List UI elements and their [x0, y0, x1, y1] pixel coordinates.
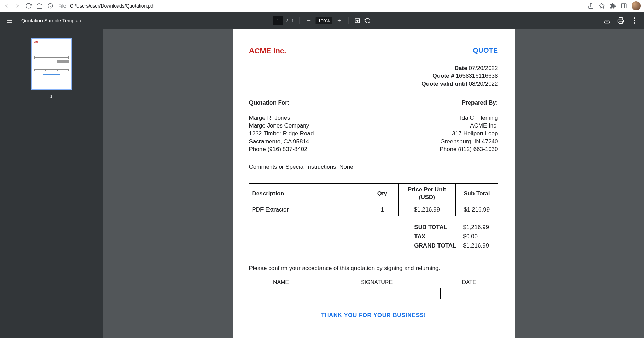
url-bar[interactable]: File | C:/Users/user/Downloads/Quotation…	[58, 3, 155, 9]
quote-meta: Date 07/20/2022 Quote # 1658316116638 Qu…	[249, 64, 498, 88]
tax-label: TAX	[414, 232, 462, 241]
page-number-input[interactable]	[273, 16, 283, 25]
comments-label: Comments or Special Instructions:	[249, 164, 338, 170]
confirm-text: Please confirm your acceptance of this q…	[249, 265, 498, 273]
forward-icon[interactable]	[14, 3, 21, 9]
share-icon[interactable]	[588, 3, 594, 9]
cell-subtotal: $1,216.99	[456, 204, 498, 216]
table-row: PDF Extractor 1 $1,216.99 $1,216.99	[249, 204, 498, 216]
company-name: ACME Inc.	[249, 46, 286, 56]
document-page: ACME Inc. QUOTE Date 07/20/2022 Quote # …	[233, 29, 515, 338]
thumbnail-pane: ACME	[0, 29, 103, 338]
for-city: Sacramento, CA 95814	[249, 138, 314, 146]
reload-icon[interactable]	[25, 3, 32, 9]
quote-num-value: 1658316116638	[456, 73, 498, 79]
zoom-level[interactable]: 100%	[316, 17, 332, 24]
totals-block: SUB TOTAL$1,216.99 TAX$0.00 GRAND TOTAL$…	[249, 222, 498, 251]
print-icon[interactable]	[617, 17, 624, 24]
col-description: Description	[249, 184, 366, 204]
comments-value: None	[339, 164, 353, 170]
signature-table: NAME SIGNATURE DATE	[249, 277, 498, 300]
for-company: Marge Jones Company	[249, 122, 314, 130]
quote-num-label: Quote #	[433, 73, 454, 79]
by-phone: Phone (812) 663-1030	[440, 146, 498, 154]
side-panel-icon[interactable]	[621, 3, 627, 9]
col-subtotal: Sub Total	[456, 184, 498, 204]
fit-page-icon[interactable]	[354, 17, 361, 24]
date-value: 07/20/2022	[469, 65, 498, 71]
thumbnail-page-number: 1	[50, 94, 53, 99]
back-icon[interactable]	[3, 3, 10, 9]
zoom-out-icon[interactable]	[305, 17, 312, 24]
quote-heading: QUOTE	[473, 46, 498, 55]
subtotal-value: $1,216.99	[463, 223, 497, 232]
url-path: C:/Users/user/Downloads/Quotation.pdf	[70, 3, 155, 9]
by-name: Ida C. Fleming	[440, 114, 498, 122]
home-icon[interactable]	[36, 3, 43, 9]
rotate-icon[interactable]	[364, 17, 371, 24]
cell-qty: 1	[366, 204, 398, 216]
items-table: Description Qty Price Per Unit (USD) Sub…	[249, 183, 498, 216]
col-ppu: Price Per Unit (USD)	[398, 184, 456, 204]
col-qty: Qty	[366, 184, 398, 204]
by-street: 317 Heliport Loop	[440, 130, 498, 138]
page-thumbnail[interactable]: ACME	[31, 38, 72, 90]
profile-avatar[interactable]	[632, 1, 641, 10]
page-total: 1	[291, 18, 294, 23]
for-name: Marge R. Jones	[249, 114, 314, 122]
prepared-by-label: Prepared By:	[440, 99, 498, 107]
thank-you-text: THANK YOU FOR YOUR BUSINESS!	[249, 312, 498, 319]
browser-chrome-bar: File | C:/Users/user/Downloads/Quotation…	[0, 0, 644, 12]
valid-label: Quote valid until	[422, 81, 467, 87]
info-icon[interactable]	[47, 3, 54, 9]
sign-cell-date	[441, 288, 498, 299]
tax-value: $0.00	[463, 232, 497, 241]
sign-col-date: DATE	[441, 277, 498, 288]
cell-ppu: $1,216.99	[398, 204, 456, 216]
extensions-icon[interactable]	[610, 3, 616, 9]
svg-rect-5	[621, 4, 626, 8]
by-company: ACME Inc.	[440, 122, 498, 130]
for-street: 1232 Timber Ridge Road	[249, 130, 314, 138]
svg-rect-17	[619, 21, 622, 24]
date-label: Date	[455, 65, 467, 71]
page-separator: /	[286, 18, 288, 23]
svg-point-18	[634, 17, 635, 19]
subtotal-label: SUB TOTAL	[414, 223, 462, 232]
viewer-body: ACME	[0, 29, 644, 338]
sign-cell-signature	[313, 288, 440, 299]
grand-total-value: $1,216.99	[463, 242, 497, 250]
sign-col-name: NAME	[249, 277, 313, 288]
grand-total-label: GRAND TOTAL	[414, 242, 462, 250]
zoom-in-icon[interactable]	[336, 17, 343, 24]
sign-col-signature: SIGNATURE	[313, 277, 440, 288]
svg-marker-4	[599, 3, 605, 8]
valid-value: 08/20/2022	[469, 81, 498, 87]
for-phone: Phone (916) 837-8402	[249, 146, 314, 154]
svg-point-19	[634, 20, 635, 21]
by-city: Greensburg, IN 47240	[440, 138, 498, 146]
more-icon[interactable]	[631, 17, 638, 24]
menu-icon[interactable]	[6, 17, 13, 24]
comments-line: Comments or Special Instructions: None	[249, 163, 498, 171]
bookmark-star-icon[interactable]	[599, 3, 605, 9]
cell-description: PDF Extractor	[249, 204, 366, 216]
url-prefix: File |	[58, 3, 69, 9]
svg-point-20	[634, 22, 635, 24]
document-title: Quotation Sample Template	[21, 18, 83, 23]
quotation-for-label: Quotation For:	[249, 99, 314, 107]
sign-cell-name	[249, 288, 313, 299]
page-scroll-area[interactable]: ACME Inc. QUOTE Date 07/20/2022 Quote # …	[103, 29, 644, 338]
pdf-toolbar: Quotation Sample Template / 1 100%	[0, 12, 644, 29]
download-icon[interactable]	[604, 17, 610, 24]
